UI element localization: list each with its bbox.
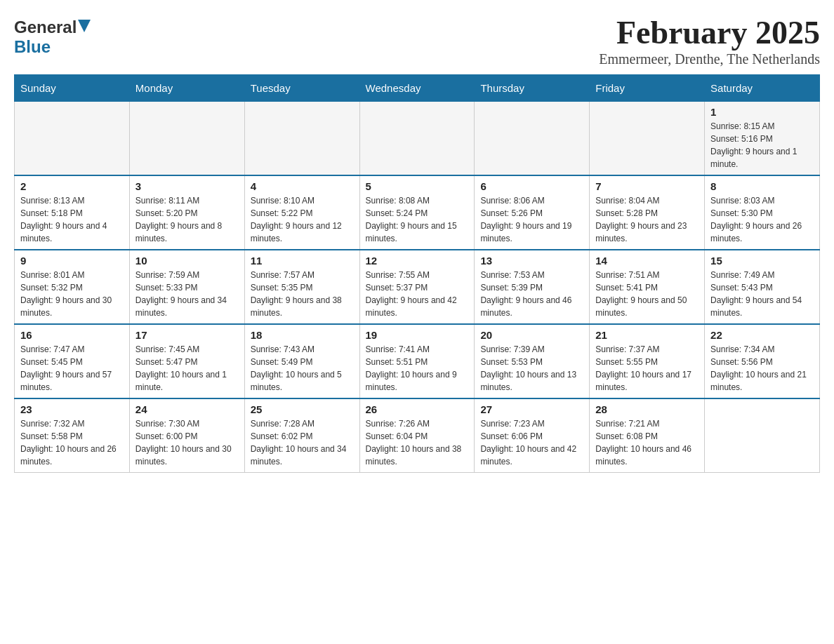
calendar-cell: 9Sunrise: 8:01 AMSunset: 5:32 PMDaylight… bbox=[15, 250, 130, 324]
day-info: Sunrise: 7:57 AMSunset: 5:35 PMDaylight:… bbox=[251, 269, 354, 319]
day-number: 14 bbox=[595, 255, 699, 267]
day-info: Sunrise: 8:10 AMSunset: 5:22 PMDaylight:… bbox=[251, 194, 354, 245]
calendar-cell: 15Sunrise: 7:49 AMSunset: 5:43 PMDayligh… bbox=[705, 250, 820, 324]
calendar-week-row: 16Sunrise: 7:47 AMSunset: 5:45 PMDayligh… bbox=[15, 324, 820, 398]
calendar-header-thursday: Thursday bbox=[475, 75, 590, 102]
calendar-cell bbox=[705, 398, 820, 473]
calendar-week-row: 9Sunrise: 8:01 AMSunset: 5:32 PMDaylight… bbox=[15, 250, 820, 324]
day-info: Sunrise: 7:51 AMSunset: 5:41 PMDaylight:… bbox=[595, 269, 699, 319]
day-number: 6 bbox=[480, 180, 583, 192]
calendar-cell: 18Sunrise: 7:43 AMSunset: 5:49 PMDayligh… bbox=[244, 324, 359, 398]
day-info: Sunrise: 8:15 AMSunset: 5:16 PMDaylight:… bbox=[710, 120, 814, 170]
day-number: 19 bbox=[366, 329, 469, 341]
calendar-cell: 19Sunrise: 7:41 AMSunset: 5:51 PMDayligh… bbox=[359, 324, 475, 398]
day-number: 15 bbox=[710, 255, 814, 267]
calendar-header-row: SundayMondayTuesdayWednesdayThursdayFrid… bbox=[15, 75, 820, 102]
location-subtitle: Emmermeer, Drenthe, The Netherlands bbox=[599, 51, 820, 67]
calendar-week-row: 2Sunrise: 8:13 AMSunset: 5:18 PMDaylight… bbox=[15, 175, 820, 250]
calendar-cell: 3Sunrise: 8:11 AMSunset: 5:20 PMDaylight… bbox=[129, 175, 244, 250]
day-info: Sunrise: 7:43 AMSunset: 5:49 PMDaylight:… bbox=[251, 343, 354, 394]
calendar-header-wednesday: Wednesday bbox=[359, 75, 475, 102]
day-info: Sunrise: 8:06 AMSunset: 5:26 PMDaylight:… bbox=[480, 194, 583, 245]
calendar-cell: 21Sunrise: 7:37 AMSunset: 5:55 PMDayligh… bbox=[590, 324, 705, 398]
day-number: 26 bbox=[366, 403, 469, 415]
calendar-cell: 26Sunrise: 7:26 AMSunset: 6:04 PMDayligh… bbox=[359, 398, 475, 473]
day-number: 24 bbox=[135, 403, 239, 415]
calendar-header-sunday: Sunday bbox=[15, 75, 130, 102]
calendar-cell: 5Sunrise: 8:08 AMSunset: 5:24 PMDaylight… bbox=[359, 175, 475, 250]
day-number: 4 bbox=[251, 180, 354, 192]
calendar-cell: 25Sunrise: 7:28 AMSunset: 6:02 PMDayligh… bbox=[244, 398, 359, 473]
day-info: Sunrise: 7:32 AMSunset: 5:58 PMDaylight:… bbox=[20, 417, 124, 468]
calendar-cell: 24Sunrise: 7:30 AMSunset: 6:00 PMDayligh… bbox=[129, 398, 244, 473]
day-info: Sunrise: 7:23 AMSunset: 6:06 PMDaylight:… bbox=[480, 417, 583, 468]
page-header: General Blue February 2025 Emmermeer, Dr… bbox=[14, 14, 820, 67]
logo: General Blue bbox=[14, 14, 91, 57]
calendar-cell: 12Sunrise: 7:55 AMSunset: 5:37 PMDayligh… bbox=[359, 250, 475, 324]
calendar-cell: 8Sunrise: 8:03 AMSunset: 5:30 PMDaylight… bbox=[705, 175, 820, 250]
day-number: 17 bbox=[135, 329, 239, 341]
day-info: Sunrise: 7:47 AMSunset: 5:45 PMDaylight:… bbox=[20, 343, 124, 394]
calendar-cell: 20Sunrise: 7:39 AMSunset: 5:53 PMDayligh… bbox=[475, 324, 590, 398]
calendar-header-saturday: Saturday bbox=[705, 75, 820, 102]
calendar-header-tuesday: Tuesday bbox=[244, 75, 359, 102]
day-info: Sunrise: 7:34 AMSunset: 5:56 PMDaylight:… bbox=[710, 343, 814, 394]
day-number: 5 bbox=[366, 180, 469, 192]
title-section: February 2025 Emmermeer, Drenthe, The Ne… bbox=[599, 14, 820, 67]
day-number: 16 bbox=[20, 329, 124, 341]
day-number: 7 bbox=[595, 180, 699, 192]
day-info: Sunrise: 8:11 AMSunset: 5:20 PMDaylight:… bbox=[135, 194, 239, 245]
calendar-cell: 16Sunrise: 7:47 AMSunset: 5:45 PMDayligh… bbox=[15, 324, 130, 398]
calendar-cell bbox=[244, 102, 359, 176]
day-number: 12 bbox=[366, 255, 469, 267]
calendar-header-friday: Friday bbox=[590, 75, 705, 102]
day-number: 23 bbox=[20, 403, 124, 415]
calendar-cell: 13Sunrise: 7:53 AMSunset: 5:39 PMDayligh… bbox=[475, 250, 590, 324]
calendar-cell: 27Sunrise: 7:23 AMSunset: 6:06 PMDayligh… bbox=[475, 398, 590, 473]
day-info: Sunrise: 7:26 AMSunset: 6:04 PMDaylight:… bbox=[366, 417, 469, 468]
day-info: Sunrise: 7:45 AMSunset: 5:47 PMDaylight:… bbox=[135, 343, 239, 394]
month-title: February 2025 bbox=[599, 14, 820, 51]
logo-arrow-icon bbox=[78, 20, 91, 35]
day-info: Sunrise: 7:37 AMSunset: 5:55 PMDaylight:… bbox=[595, 343, 699, 394]
calendar-cell: 6Sunrise: 8:06 AMSunset: 5:26 PMDaylight… bbox=[475, 175, 590, 250]
day-info: Sunrise: 8:03 AMSunset: 5:30 PMDaylight:… bbox=[710, 194, 814, 245]
day-number: 27 bbox=[480, 403, 583, 415]
day-number: 21 bbox=[595, 329, 699, 341]
day-info: Sunrise: 7:59 AMSunset: 5:33 PMDaylight:… bbox=[135, 269, 239, 319]
calendar-cell bbox=[475, 102, 590, 176]
day-info: Sunrise: 7:21 AMSunset: 6:08 PMDaylight:… bbox=[595, 417, 699, 468]
calendar-cell: 7Sunrise: 8:04 AMSunset: 5:28 PMDaylight… bbox=[590, 175, 705, 250]
day-info: Sunrise: 7:49 AMSunset: 5:43 PMDaylight:… bbox=[710, 269, 814, 319]
svg-marker-0 bbox=[78, 20, 91, 32]
calendar-cell bbox=[129, 102, 244, 176]
day-info: Sunrise: 7:39 AMSunset: 5:53 PMDaylight:… bbox=[480, 343, 583, 394]
day-number: 22 bbox=[710, 329, 814, 341]
day-info: Sunrise: 8:13 AMSunset: 5:18 PMDaylight:… bbox=[20, 194, 124, 245]
day-info: Sunrise: 7:55 AMSunset: 5:37 PMDaylight:… bbox=[366, 269, 469, 319]
day-info: Sunrise: 7:30 AMSunset: 6:00 PMDaylight:… bbox=[135, 417, 239, 468]
day-number: 9 bbox=[20, 255, 124, 267]
day-number: 10 bbox=[135, 255, 239, 267]
calendar-cell bbox=[359, 102, 475, 176]
day-number: 18 bbox=[251, 329, 354, 341]
day-number: 11 bbox=[251, 255, 354, 267]
calendar-cell: 23Sunrise: 7:32 AMSunset: 5:58 PMDayligh… bbox=[15, 398, 130, 473]
day-info: Sunrise: 7:28 AMSunset: 6:02 PMDaylight:… bbox=[251, 417, 354, 468]
day-info: Sunrise: 7:53 AMSunset: 5:39 PMDaylight:… bbox=[480, 269, 583, 319]
calendar-cell: 4Sunrise: 8:10 AMSunset: 5:22 PMDaylight… bbox=[244, 175, 359, 250]
day-info: Sunrise: 8:01 AMSunset: 5:32 PMDaylight:… bbox=[20, 269, 124, 319]
calendar-cell: 17Sunrise: 7:45 AMSunset: 5:47 PMDayligh… bbox=[129, 324, 244, 398]
day-number: 1 bbox=[710, 106, 814, 118]
calendar-cell: 28Sunrise: 7:21 AMSunset: 6:08 PMDayligh… bbox=[590, 398, 705, 473]
day-number: 8 bbox=[710, 180, 814, 192]
day-number: 28 bbox=[595, 403, 699, 415]
calendar-cell: 22Sunrise: 7:34 AMSunset: 5:56 PMDayligh… bbox=[705, 324, 820, 398]
calendar-cell: 11Sunrise: 7:57 AMSunset: 5:35 PMDayligh… bbox=[244, 250, 359, 324]
calendar-header-monday: Monday bbox=[129, 75, 244, 102]
day-number: 2 bbox=[20, 180, 124, 192]
calendar-cell bbox=[590, 102, 705, 176]
calendar-cell: 1Sunrise: 8:15 AMSunset: 5:16 PMDaylight… bbox=[705, 102, 820, 176]
calendar-cell: 14Sunrise: 7:51 AMSunset: 5:41 PMDayligh… bbox=[590, 250, 705, 324]
calendar-cell: 10Sunrise: 7:59 AMSunset: 5:33 PMDayligh… bbox=[129, 250, 244, 324]
